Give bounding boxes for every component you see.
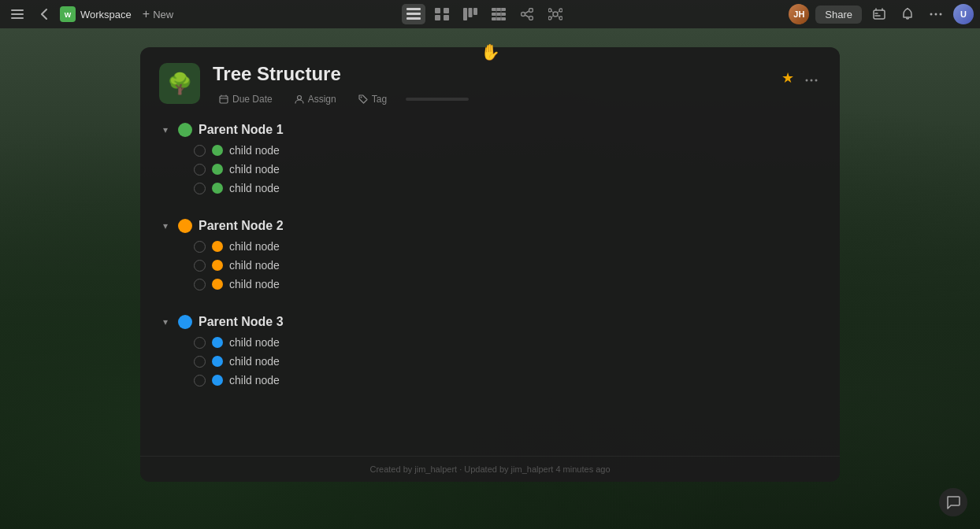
child-checkbox[interactable] (194, 337, 206, 349)
star-button[interactable]: ★ (778, 66, 797, 90)
notification-icon[interactable] (896, 3, 919, 25)
new-plus-icon: + (143, 7, 150, 21)
document-meta: Due Date Assign Tag (213, 91, 766, 107)
document-panel: 🌳 Tree Structure Due Date (140, 47, 840, 482)
document-more-button[interactable] (802, 68, 821, 88)
assign-label: Assign (308, 94, 336, 105)
share-button[interactable]: Share (815, 6, 862, 24)
toolbar-table-icon[interactable] (487, 4, 510, 24)
assign-button[interactable]: Assign (288, 91, 343, 107)
document-emoji: 🌳 (167, 72, 192, 96)
user-avatar[interactable]: U (953, 4, 974, 24)
svg-point-26 (548, 9, 551, 12)
person-icon (295, 94, 304, 104)
svg-point-21 (521, 13, 525, 17)
activity-icon[interactable] (868, 3, 890, 25)
child-checkbox[interactable] (194, 375, 206, 387)
child-checkbox[interactable] (194, 183, 206, 194)
parent-dot (178, 315, 192, 329)
more-icon[interactable] (925, 3, 947, 25)
document-footer: Created by jim_halpert · Updated by jim_… (140, 456, 840, 482)
svg-rect-39 (220, 96, 228, 103)
parent-node-1[interactable]: ▾ Parent Node 1 (159, 123, 821, 137)
new-button[interactable]: + New (136, 6, 180, 23)
collaborator-avatar[interactable]: JH (789, 4, 809, 24)
node-group-1: ▾ Parent Node 1 child node child node ch… (159, 123, 821, 197)
child-label: child node (229, 278, 280, 290)
svg-rect-5 (406, 8, 421, 10)
node-group-2: ▾ Parent Node 2 child node child node ch… (159, 219, 821, 293)
svg-point-45 (815, 80, 818, 82)
due-date-button[interactable]: Due Date (213, 91, 279, 107)
due-date-label: Due Date (232, 94, 273, 105)
svg-point-28 (548, 17, 551, 20)
toolbar-board-icon[interactable] (458, 4, 482, 24)
tag-icon (358, 94, 368, 104)
child-node-1-2[interactable]: child node (194, 161, 821, 178)
child-checkbox[interactable] (194, 356, 206, 368)
child-dot (212, 164, 223, 175)
child-checkbox[interactable] (194, 279, 206, 290)
child-dot (212, 356, 223, 367)
new-label: New (153, 9, 173, 20)
chevron-icon: ▾ (159, 220, 172, 231)
tag-button[interactable]: Tag (352, 91, 393, 107)
back-icon[interactable] (33, 3, 55, 25)
svg-rect-2 (11, 17, 24, 19)
child-label: child node (229, 144, 280, 157)
tag-label: Tag (372, 94, 387, 105)
child-dot (212, 337, 223, 348)
chat-bubble-button[interactable] (939, 488, 967, 516)
child-dot (212, 145, 223, 156)
child-node-2-3[interactable]: child node (194, 276, 821, 293)
node-group-3: ▾ Parent Node 3 child node child node ch… (159, 315, 821, 389)
svg-point-42 (360, 97, 362, 98)
child-dot (212, 183, 223, 194)
toolbar-share-icon[interactable] (515, 4, 539, 24)
child-node-2-1[interactable]: child node (194, 238, 821, 255)
child-node-3-1[interactable]: child node (194, 334, 821, 351)
calendar-icon (219, 94, 228, 104)
parent-node-3[interactable]: ▾ Parent Node 3 (159, 315, 821, 329)
svg-rect-12 (463, 8, 467, 20)
svg-point-37 (935, 13, 937, 16)
user-avatar-image: U (953, 4, 974, 24)
parent-node-2[interactable]: ▾ Parent Node 2 (159, 219, 821, 233)
child-checkbox[interactable] (194, 164, 206, 176)
menu-icon[interactable] (6, 3, 28, 25)
child-checkbox[interactable] (194, 260, 206, 272)
child-checkbox[interactable] (194, 241, 206, 253)
topbar-left: W Workspace + New (6, 3, 180, 25)
chevron-icon: ▾ (159, 124, 172, 135)
svg-rect-13 (468, 8, 472, 17)
svg-rect-0 (11, 9, 24, 11)
svg-rect-15 (492, 8, 506, 11)
document-title[interactable]: Tree Structure (213, 63, 766, 85)
child-dot (212, 375, 223, 386)
parent-label: Parent Node 3 (199, 315, 284, 329)
svg-point-20 (529, 9, 533, 13)
svg-line-24 (525, 15, 529, 17)
svg-rect-6 (406, 13, 421, 15)
document-title-area: Tree Structure Due Date Assign (213, 63, 766, 107)
child-label: child node (229, 355, 280, 368)
child-node-3-2[interactable]: child node (194, 353, 821, 370)
toolbar-mindmap-icon[interactable] (544, 4, 567, 24)
child-node-1-1[interactable]: child node (194, 142, 821, 159)
toolbar-list-icon[interactable] (402, 4, 425, 24)
child-dot (212, 279, 223, 290)
child-node-1-3[interactable]: child node (194, 179, 821, 197)
workspace-label[interactable]: Workspace (80, 9, 132, 20)
topbar-right: JH Share U (789, 3, 974, 25)
child-node-3-3[interactable]: child node (194, 372, 821, 389)
toolbar-grid-icon[interactable] (430, 4, 454, 24)
child-label: child node (229, 336, 280, 349)
child-checkbox[interactable] (194, 145, 206, 157)
document-actions: ★ (778, 66, 821, 90)
svg-rect-10 (435, 15, 440, 20)
child-node-2-2[interactable]: child node (194, 257, 821, 274)
document-header: 🌳 Tree Structure Due Date (140, 47, 840, 117)
svg-point-44 (811, 80, 813, 82)
workspace-logo: W (60, 6, 76, 22)
document-icon: 🌳 (159, 63, 200, 104)
